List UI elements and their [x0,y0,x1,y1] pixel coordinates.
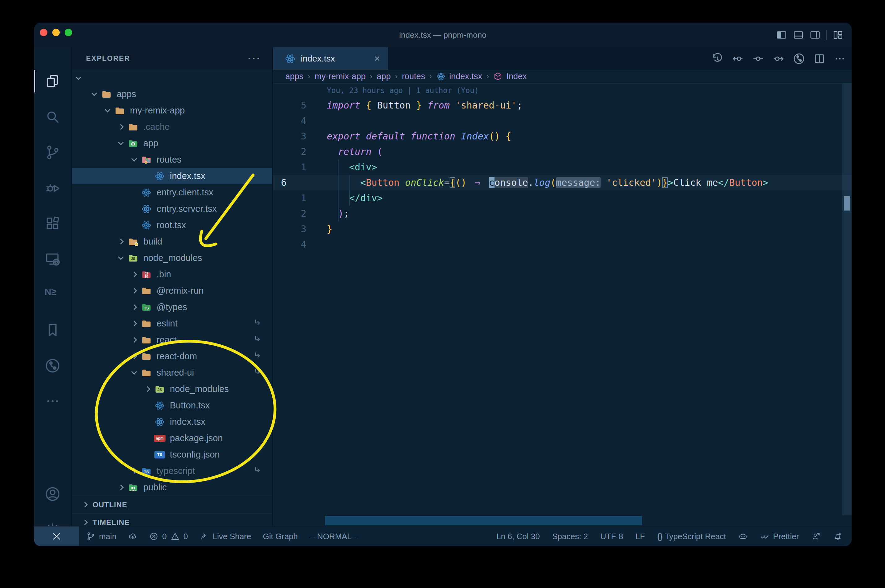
tree-item-app[interactable]: ⚙app [72,135,272,152]
line-number: 4 [273,113,306,129]
tree-item--types[interactable]: TS@types [72,299,272,315]
files-icon [45,73,61,89]
horizontal-scrollbar[interactable] [325,516,642,525]
sidebar-item-account[interactable] [34,479,71,509]
code-editor[interactable]: You, 23 hours ago | 1 author (You) 5impo… [273,84,852,515]
tab-index-tsx[interactable]: index.tsx × [273,47,388,70]
status-problems[interactable]: 00 [149,532,188,542]
status-cursor-position[interactable]: Ln 6, Col 30 [496,532,540,542]
tree-item-routes[interactable]: routes [72,152,272,168]
status-git-graph[interactable]: Git Graph [263,532,298,542]
file-history-icon[interactable] [711,52,724,65]
tree-item-react-dom[interactable]: react-dom [72,348,272,364]
status-formatter[interactable]: Prettier [760,532,799,542]
titlebar-separator [826,30,827,40]
status-branch[interactable]: main [86,532,116,542]
sidebar-item-search[interactable] [34,102,71,132]
tree-item-typescript[interactable]: TStypescript [72,463,272,479]
tree-item-react[interactable]: react [72,332,272,348]
more-actions-icon[interactable] [834,52,846,65]
editor-group: index.tsx × apps›my-remix-app›app›routes… [273,47,852,526]
layout-customize-icon[interactable] [832,29,844,40]
section-outline[interactable]: OUTLINE [72,496,272,513]
status-vim-mode[interactable]: -- NORMAL -- [309,532,359,542]
status-notifications[interactable] [833,532,842,541]
tree-item-label: tsconfig.json [170,450,220,460]
line-number: 3 [273,129,306,144]
sidebar-item-nx-console[interactable]: N≥ [34,280,71,309]
status-indentation[interactable]: Spaces: 2 [552,532,588,542]
current-change-icon[interactable] [752,52,764,65]
tree-item-index-tsx[interactable]: index.tsx [72,168,272,184]
breadcrumb-item-routes[interactable]: routes [402,72,425,81]
split-editor-icon[interactable] [813,52,826,65]
sidebar-item-extensions[interactable] [34,208,71,238]
extensions-icon [45,216,61,231]
chevron-down-icon [72,77,85,79]
folder-tan-icon [140,286,152,296]
tree-item-package-json[interactable]: npmpackage.json [72,430,272,446]
code-line[interactable]: 6 <Button onClick={() ⇒ console.log(mess… [273,175,852,190]
tree-item--cache[interactable]: .cache [72,119,272,135]
status-feedback[interactable] [811,532,821,541]
tree-item--remix-run[interactable]: @remix-run [72,282,272,299]
previous-change-icon[interactable] [731,52,744,65]
debug-icon [45,180,61,196]
tree-item-eslint[interactable]: eslint [72,315,272,332]
tree-item-label: typescript [157,466,195,476]
code-line[interactable]: 3export default function Index() { [273,129,852,144]
sidebar-item-more-views[interactable] [34,386,71,416]
code-line[interactable]: 4 [273,237,852,252]
tree-item-tsconfig-json[interactable]: TStsconfig.json [72,446,272,463]
code-line[interactable]: 4 [273,113,852,129]
sidebar-item-remote-explorer[interactable] [34,244,71,274]
breadcrumb-item-index-tsx[interactable]: index.tsx [436,72,482,81]
status-live-share[interactable]: Live Share [200,532,251,542]
folder-tan-icon [127,122,139,132]
layout-sidebar-right-icon[interactable] [810,29,821,40]
tree-item-apps[interactable]: apps [72,86,272,102]
next-change-icon[interactable] [772,52,785,65]
sidebar-item-run-debug[interactable] [34,173,71,203]
status-copilot[interactable] [738,532,748,541]
tree-root[interactable] [72,70,272,86]
sidebar-item-source-control[interactable] [34,138,71,167]
tree-item-index-tsx[interactable]: index.tsx [72,414,272,430]
tree-item-button-tsx[interactable]: Button.tsx [72,397,272,414]
layout-sidebar-left-icon[interactable] [776,29,787,40]
close-icon[interactable]: × [374,53,380,64]
tree-item-shared-ui[interactable]: shared-ui [72,364,272,381]
explorer-more-actions[interactable]: ··· [248,52,261,64]
code-line[interactable]: 1 </div> [273,190,852,206]
tree-item-build[interactable]: build [72,233,272,250]
vertical-scrollbar[interactable] [842,84,852,515]
breadcrumb-item-my-remix-app[interactable]: my-remix-app [315,72,366,81]
tree-item--bin[interactable]: 0110.bin [72,266,272,282]
layout-panel-icon[interactable] [793,29,804,40]
code-line[interactable]: 2 return ( [273,144,852,159]
breadcrumb-item-app[interactable]: app [377,72,391,81]
code-line[interactable]: 2 ); [273,206,852,221]
remote-indicator[interactable] [34,526,79,546]
breadcrumb-item-apps[interactable]: apps [285,72,304,81]
code-line[interactable]: 3} [273,221,852,237]
sidebar-item-bookmarks[interactable] [34,315,71,345]
tree-item-root-tsx[interactable]: root.tsx [72,217,272,233]
tree-item-my-remix-app[interactable]: my-remix-app [72,102,272,119]
status-encoding[interactable]: UTF-8 [600,532,623,542]
tree-item-node-modules[interactable]: JSnode_modules [72,381,272,397]
sidebar-item-git-graph[interactable] [34,351,71,381]
tree-item-public[interactable]: public [72,479,272,496]
tree-item-entry-server-tsx[interactable]: entry.server.tsx [72,201,272,217]
breadcrumb-label: index.tsx [449,72,482,81]
status-eol[interactable]: LF [635,532,645,542]
code-line[interactable]: 5import { Button } from 'shared-ui'; [273,98,852,113]
git-graph-icon[interactable] [793,52,805,65]
code-line[interactable]: 1 <div> [273,159,852,175]
status-sync[interactable] [128,532,137,541]
sidebar-item-explorer[interactable] [34,66,71,96]
status-language-mode[interactable]: {} TypeScript React [657,532,726,542]
breadcrumb-item-index[interactable]: Index [493,72,527,81]
tree-item-node-modules[interactable]: JSnode_modules [72,250,272,266]
tree-item-entry-client-tsx[interactable]: entry.client.tsx [72,184,272,201]
